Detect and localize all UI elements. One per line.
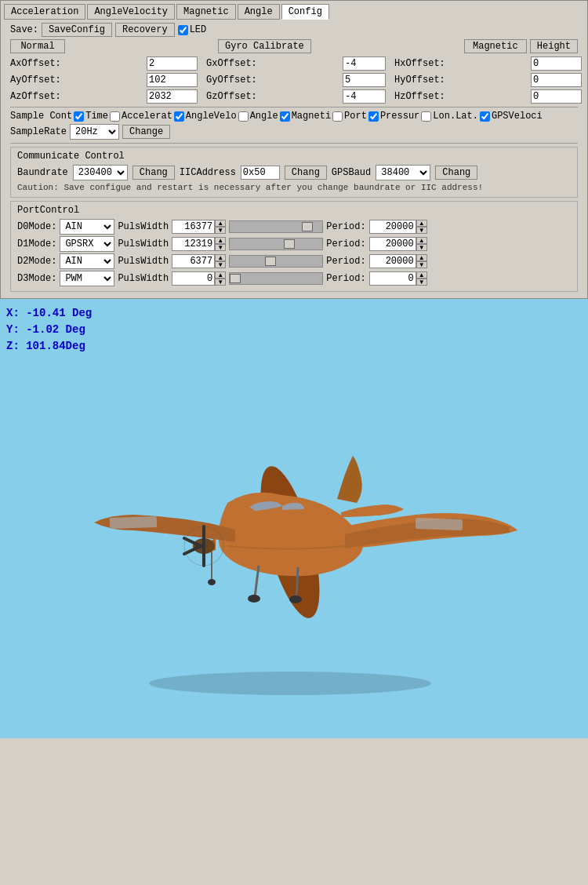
d2-period-spinner: ▲ ▼	[369, 254, 427, 268]
ay-offset-label: AyOffset:	[10, 75, 142, 86]
d3-pulswidth-input[interactable]	[172, 271, 215, 286]
d2-period-up[interactable]: ▲	[416, 254, 427, 261]
sample-gpsvelo-cb[interactable]: GPSVeloci	[480, 111, 543, 122]
d2-slider-thumb[interactable]	[265, 257, 276, 266]
svg-rect-2	[110, 516, 157, 529]
airplane-3d-model	[47, 362, 533, 707]
az-offset-input[interactable]	[147, 89, 198, 104]
baundrate-select[interactable]: 9600 19200 38400 57600 115200 230400	[73, 165, 128, 180]
d3-spinner-up[interactable]: ▲	[215, 271, 226, 279]
gx-offset-input[interactable]	[343, 56, 386, 71]
d0-period-up[interactable]: ▲	[416, 220, 427, 227]
d1-period-spinner: ▲ ▼	[369, 237, 427, 251]
d3-period-label: Period:	[326, 273, 365, 284]
d0-pulswidth-input[interactable]	[172, 220, 215, 234]
d3-slider-thumb[interactable]	[230, 274, 241, 283]
config-section: Save: SaveConfig Recovery LED Normal Gyr…	[10, 23, 578, 292]
d2-spinner-down[interactable]: ▼	[215, 261, 226, 268]
d0-spinner-up[interactable]: ▲	[215, 220, 226, 227]
hx-offset-input[interactable]	[531, 56, 582, 71]
d1-mode-select[interactable]: AINGPSRXPWMGPSTX	[60, 236, 114, 252]
d1-spinner-up[interactable]: ▲	[215, 237, 226, 244]
communicate-title: Communicate Control	[17, 151, 571, 162]
sample-lonlat-cb[interactable]: Lon.Lat.	[421, 111, 478, 122]
iic-address-label: IICAddress	[180, 167, 236, 178]
magnetic-button[interactable]: Magnetic	[464, 39, 527, 53]
gyro-calibrate-button[interactable]: Gyro Calibrate	[218, 39, 311, 53]
sample-time-cb[interactable]: Time	[74, 111, 108, 122]
d3-period-input[interactable]	[369, 271, 416, 286]
d3-period-btns: ▲ ▼	[416, 271, 427, 286]
d1-period-up[interactable]: ▲	[416, 237, 427, 244]
iic-address-input[interactable]	[241, 166, 280, 180]
d0-slider-thumb[interactable]	[302, 222, 313, 231]
communicate-row: Baundrate 9600 19200 38400 57600 115200 …	[17, 165, 571, 180]
gps-baud-select[interactable]: 9600 19200 38400 57600 115200	[376, 165, 430, 180]
tab-acceleration[interactable]: Acceleration	[4, 4, 85, 20]
d1-pulswidth-input[interactable]	[172, 237, 215, 251]
tab-anglevelocity[interactable]: AngleVelocity	[87, 4, 175, 20]
hy-offset-input[interactable]	[531, 73, 582, 87]
d2-period-down[interactable]: ▼	[416, 261, 427, 268]
port-control-box: PortControl D0Mode: AINGPSRXPWMGPSTX Pul…	[10, 201, 578, 292]
d0-period-down[interactable]: ▼	[416, 227, 427, 234]
d1-label: D1Mode:	[17, 239, 56, 249]
d0-spinner-down[interactable]: ▼	[215, 227, 226, 234]
saveconfig-button[interactable]: SaveConfig	[42, 23, 112, 37]
recovery-button[interactable]: Recovery	[115, 23, 175, 37]
d0-period-input[interactable]	[369, 220, 416, 234]
sample-magneti-cb[interactable]: Magneti	[280, 111, 331, 122]
d3-mode-select[interactable]: AINGPSRXPWMGPSTX	[60, 271, 114, 286]
ay-offset-input[interactable]	[147, 73, 198, 87]
sample-angle-cb[interactable]: Angle	[238, 111, 278, 122]
hz-offset-label: HzOffset:	[394, 91, 526, 102]
sample-accel-cb[interactable]: Accelerat	[110, 111, 172, 122]
d1-spinner: ▲ ▼	[172, 237, 226, 251]
d2-spinner-up[interactable]: ▲	[215, 254, 226, 261]
coord-y: Y: -1.02 Deg	[6, 322, 92, 338]
tab-bar: Acceleration AngleVelocity Magnetic Angl…	[4, 4, 584, 20]
led-checkbox-label[interactable]: LED	[178, 24, 207, 35]
sample-anglevelo-cb[interactable]: AngleVelo	[174, 111, 237, 122]
d3-spinner-down[interactable]: ▼	[215, 279, 226, 286]
d2-period-input[interactable]	[369, 254, 416, 268]
normal-button[interactable]: Normal	[10, 39, 65, 53]
sample-cont-label: Sample Cont	[10, 111, 72, 122]
d1-slider-thumb[interactable]	[284, 239, 295, 249]
sample-port-cb[interactable]: Port	[332, 111, 367, 122]
gz-offset-label: GzOffset:	[206, 91, 338, 102]
d0-slider-track[interactable]	[229, 220, 323, 233]
d1-spinner-down[interactable]: ▼	[215, 244, 226, 251]
gz-offset-input[interactable]	[343, 89, 386, 104]
hz-offset-input[interactable]	[531, 89, 582, 104]
sample-rate-select[interactable]: 5Hz 10Hz 20Hz 50Hz 100Hz	[70, 124, 119, 140]
d3-period-down[interactable]: ▼	[416, 279, 427, 286]
d3-period-spinner: ▲ ▼	[369, 271, 427, 286]
tab-config[interactable]: Config	[281, 4, 329, 20]
d3-pulswidth-label: PulsWidth	[118, 273, 169, 284]
baundrate-chang-button[interactable]: Chang	[132, 166, 175, 180]
tab-magnetic[interactable]: Magnetic	[176, 4, 236, 20]
sample-rate-change-button[interactable]: Change	[122, 125, 170, 139]
iic-chang-button[interactable]: Chang	[285, 166, 327, 180]
height-button[interactable]: Height	[530, 39, 578, 53]
gy-offset-input[interactable]	[343, 73, 386, 87]
d3-slider-track[interactable]	[229, 272, 323, 285]
d1-slider-track[interactable]	[229, 238, 323, 250]
d0-mode-select[interactable]: AINGPSRXPWMGPSTX	[60, 219, 114, 235]
sample-cont-row: Sample Cont Time Accelerat AngleVelo Ang…	[10, 111, 578, 122]
d2-pulswidth-label: PulsWidth	[118, 256, 169, 267]
led-checkbox[interactable]	[178, 25, 188, 35]
d3-period-up[interactable]: ▲	[416, 271, 427, 279]
d2-pulswidth-input[interactable]	[172, 254, 215, 268]
d1-period-input[interactable]	[369, 237, 416, 251]
gps-chang-button[interactable]: Chang	[435, 166, 477, 180]
coord-z: Z: 101.84Deg	[6, 338, 92, 355]
d2-slider-track[interactable]	[229, 255, 323, 268]
d2-mode-select[interactable]: AINGPSRXPWMGPSTX	[60, 253, 114, 269]
ax-offset-input[interactable]	[147, 56, 198, 71]
sample-pressur-cb[interactable]: Pressur	[368, 111, 419, 122]
az-offset-label: AzOffset:	[10, 91, 142, 102]
d1-period-down[interactable]: ▼	[416, 244, 427, 251]
tab-angle[interactable]: Angle	[238, 4, 280, 20]
